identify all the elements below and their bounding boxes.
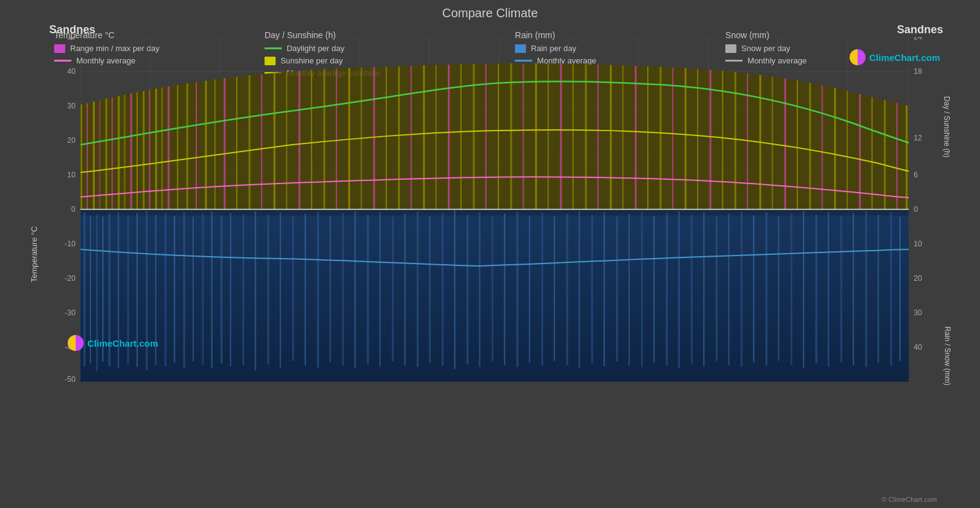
location-right: Sandnes <box>897 23 943 36</box>
svg-rect-65 <box>504 214 505 365</box>
logo-bottom-left: ClimeChart.com <box>68 335 158 351</box>
svg-text:0: 0 <box>71 205 76 214</box>
svg-rect-92 <box>840 216 842 362</box>
svg-text:30: 30 <box>67 102 76 110</box>
svg-rect-62 <box>466 215 468 365</box>
svg-text:6: 6 <box>914 171 918 179</box>
svg-rect-93 <box>853 213 854 365</box>
svg-text:50: 50 <box>67 37 76 41</box>
svg-text:0: 0 <box>914 205 918 214</box>
svg-rect-75 <box>629 214 630 365</box>
svg-rect-45 <box>255 211 256 370</box>
svg-text:-50: -50 <box>65 375 76 382</box>
svg-rect-57 <box>404 214 405 365</box>
svg-rect-84 <box>741 212 743 367</box>
svg-rect-60 <box>442 213 444 366</box>
svg-rect-94 <box>865 211 867 367</box>
svg-rect-96 <box>890 212 892 366</box>
svg-rect-38 <box>183 212 185 368</box>
svg-text:-20: -20 <box>65 274 76 283</box>
svg-text:-30: -30 <box>65 308 76 317</box>
svg-rect-53 <box>354 211 356 368</box>
svg-rect-50 <box>317 212 319 368</box>
svg-rect-83 <box>728 214 730 365</box>
copyright: © ClimeChart.com <box>882 496 937 503</box>
svg-rect-61 <box>454 211 455 369</box>
svg-rect-87 <box>778 217 779 361</box>
svg-rect-79 <box>679 211 680 368</box>
svg-text:12: 12 <box>914 134 922 142</box>
y-axis-left-label: Temperature °C <box>30 226 39 282</box>
svg-rect-81 <box>703 212 704 366</box>
svg-text:20: 20 <box>914 274 922 283</box>
svg-rect-82 <box>715 217 717 361</box>
logo-text-right: ClimeChart.com <box>869 52 940 63</box>
page-container: Compare Climate Sandnes Sandnes Temperat… <box>0 0 980 508</box>
svg-text:18: 18 <box>914 67 922 76</box>
svg-rect-80 <box>691 215 693 363</box>
svg-rect-97 <box>899 217 901 361</box>
chart-area: 50 40 30 20 10 0 -10 -20 -30 -40 -50 24 … <box>43 37 946 382</box>
logo-text-left: ClimeChart.com <box>87 338 158 349</box>
svg-rect-49 <box>305 214 306 365</box>
svg-text:20: 20 <box>67 136 76 145</box>
svg-rect-44 <box>242 214 244 365</box>
svg-rect-46 <box>267 215 269 365</box>
svg-rect-41 <box>211 212 212 368</box>
svg-rect-25 <box>81 216 909 382</box>
svg-rect-85 <box>753 216 754 362</box>
svg-rect-37 <box>174 216 175 363</box>
svg-rect-58 <box>416 212 418 367</box>
svg-rect-42 <box>221 216 223 363</box>
svg-rect-72 <box>591 215 593 363</box>
svg-rect-66 <box>516 212 518 367</box>
location-left: Sandnes <box>49 23 95 36</box>
svg-text:40: 40 <box>67 67 76 76</box>
svg-rect-86 <box>765 212 767 366</box>
svg-rect-55 <box>380 212 381 366</box>
svg-rect-67 <box>529 216 530 363</box>
svg-rect-78 <box>666 213 667 365</box>
svg-rect-63 <box>479 212 480 367</box>
svg-text:40: 40 <box>914 343 922 352</box>
svg-rect-73 <box>604 212 605 366</box>
svg-rect-47 <box>280 212 281 368</box>
svg-rect-71 <box>579 211 580 368</box>
svg-rect-40 <box>202 214 204 365</box>
svg-rect-51 <box>330 216 331 362</box>
svg-text:24: 24 <box>914 37 922 41</box>
svg-rect-59 <box>429 216 431 363</box>
svg-text:10: 10 <box>914 240 922 248</box>
logo-icon-left <box>68 335 84 351</box>
svg-rect-76 <box>641 212 643 367</box>
logo-icon-right <box>850 49 866 65</box>
svg-rect-74 <box>616 217 618 361</box>
page-title: Compare Climate <box>0 0 980 23</box>
svg-rect-64 <box>492 217 493 361</box>
svg-rect-68 <box>541 212 543 366</box>
svg-rect-89 <box>803 211 804 368</box>
svg-rect-36 <box>164 214 166 366</box>
svg-rect-91 <box>828 212 829 366</box>
svg-rect-43 <box>230 213 231 366</box>
svg-text:30: 30 <box>914 308 922 317</box>
svg-text:10: 10 <box>67 171 76 179</box>
svg-rect-77 <box>653 216 655 363</box>
svg-rect-56 <box>392 217 394 361</box>
svg-rect-54 <box>367 215 368 364</box>
svg-rect-48 <box>292 217 294 361</box>
svg-rect-88 <box>791 214 792 365</box>
svg-rect-39 <box>193 217 194 361</box>
svg-rect-52 <box>342 213 344 366</box>
chart-svg: 50 40 30 20 10 0 -10 -20 -30 -40 -50 24 … <box>43 37 946 382</box>
logo-top-right: ClimeChart.com <box>850 49 940 65</box>
svg-rect-69 <box>554 217 555 361</box>
svg-rect-95 <box>878 215 879 363</box>
svg-rect-90 <box>815 215 817 363</box>
svg-rect-70 <box>566 214 568 365</box>
svg-text:-10: -10 <box>65 240 76 248</box>
